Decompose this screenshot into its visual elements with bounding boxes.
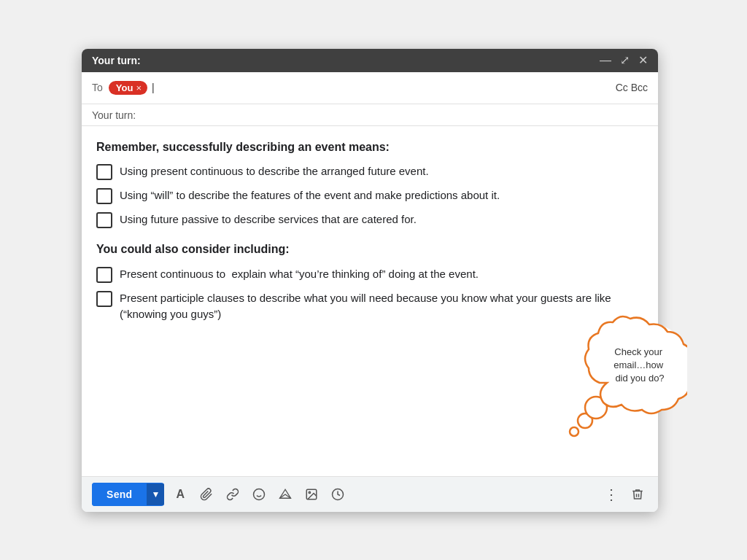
minimize-button[interactable]: — xyxy=(600,55,611,66)
section1-checklist: Using present continuous to describe the… xyxy=(96,163,643,228)
cc-bcc-button[interactable]: Cc Bcc xyxy=(616,82,648,93)
to-cursor: | xyxy=(152,82,155,93)
checkbox-icon-3 xyxy=(96,212,112,228)
send-dropdown-button[interactable]: ▼ xyxy=(147,483,164,505)
section2-heading: You could also consider including: xyxy=(96,240,643,259)
close-button[interactable]: ✕ xyxy=(638,55,648,66)
item-text-2: Using “will” to describe the features of… xyxy=(120,187,643,204)
delete-icon[interactable] xyxy=(627,485,648,504)
subject-text: Your turn: xyxy=(92,109,136,121)
chip-close-button[interactable]: × xyxy=(136,82,142,93)
link-icon[interactable] xyxy=(222,485,243,504)
to-label: To xyxy=(92,82,103,93)
svg-point-6 xyxy=(570,427,578,436)
toolbar-right-icons: ⋮ xyxy=(601,483,648,506)
recipient-name: You xyxy=(116,82,133,93)
emoji-icon[interactable] xyxy=(249,485,269,504)
checkbox-icon-2 xyxy=(96,188,112,204)
svg-point-4 xyxy=(309,491,311,493)
list-item: Present continuous to explain what “you’… xyxy=(96,266,643,283)
drive-icon[interactable] xyxy=(275,485,295,504)
compose-title: Your turn: xyxy=(92,55,141,66)
checkbox-icon-1 xyxy=(96,164,112,180)
to-row: To You × | Cc Bcc xyxy=(82,72,658,104)
list-item: Using future passive to describe service… xyxy=(96,211,643,228)
more-options-icon[interactable]: ⋮ xyxy=(601,483,622,506)
schedule-icon[interactable] xyxy=(328,485,348,504)
svg-text:Check your
        email…how
 : Check your email…how did you do? xyxy=(614,346,666,384)
svg-point-0 xyxy=(254,489,265,499)
expand-button[interactable]: ⤢ xyxy=(620,55,630,66)
checkbox-icon-5 xyxy=(96,291,112,307)
list-item: Using “will” to describe the features of… xyxy=(96,187,643,204)
send-button[interactable]: Send xyxy=(92,483,147,506)
attach-icon[interactable] xyxy=(196,485,217,504)
item-text-4: Present continuous to explain what “you’… xyxy=(120,266,643,283)
section1-heading: Remember, successfully describing an eve… xyxy=(96,138,643,157)
compose-toolbar: Send ▼ A ⋮ xyxy=(82,476,658,512)
recipient-chip[interactable]: You × xyxy=(109,81,147,95)
send-button-group: Send ▼ xyxy=(92,483,164,506)
item-text-1: Using present continuous to describe the… xyxy=(120,163,643,180)
format-text-icon[interactable]: A xyxy=(170,485,190,504)
compose-header: Your turn: — ⤢ ✕ xyxy=(82,49,658,72)
thought-bubble-container: Check your email…how did you do? xyxy=(534,297,687,446)
compose-header-actions: — ⤢ ✕ xyxy=(600,55,648,66)
subject-row: Your turn: xyxy=(82,104,658,126)
photo-icon[interactable] xyxy=(301,485,322,504)
list-item: Using present continuous to describe the… xyxy=(96,163,643,180)
item-text-3: Using future passive to describe service… xyxy=(120,211,643,228)
checkbox-icon-4 xyxy=(96,267,112,283)
